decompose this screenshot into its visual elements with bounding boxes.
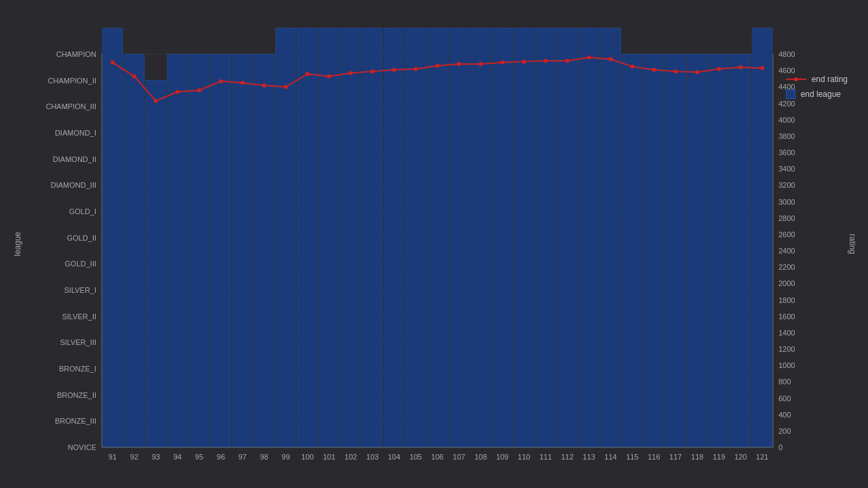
left-axis-label: league (13, 232, 22, 256)
chart-canvas (0, 0, 868, 488)
legend-end-rating: end rating (786, 75, 848, 84)
legend-line-icon (786, 79, 806, 80)
right-axis-label: rating (848, 234, 857, 254)
legend-bar-icon (786, 89, 795, 99)
legend: end rating end league (786, 75, 848, 99)
legend-end-league: end league (786, 89, 848, 99)
legend-end-rating-label: end rating (812, 75, 848, 84)
legend-end-league-label: end league (801, 89, 841, 99)
chart-container: end rating end league league rating (0, 0, 868, 488)
